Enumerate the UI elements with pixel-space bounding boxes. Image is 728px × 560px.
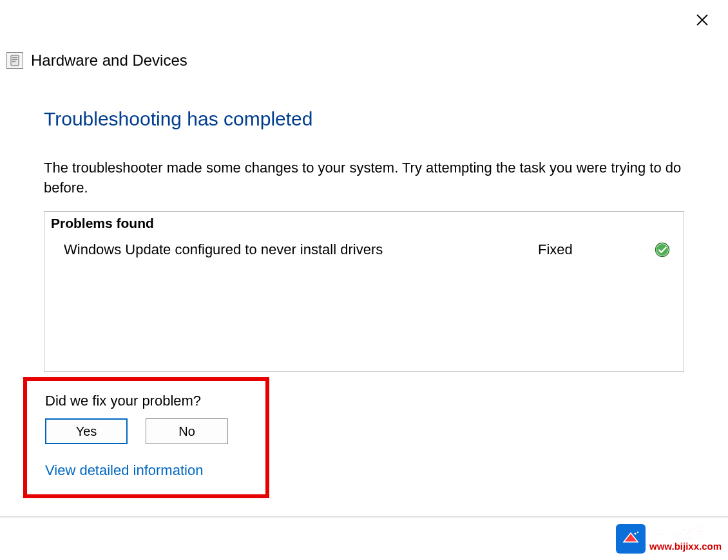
description-text: The troubleshooter made some changes to … [44, 158, 684, 198]
svg-point-9 [637, 532, 638, 533]
close-button[interactable] [692, 10, 713, 31]
troubleshooter-icon [6, 52, 23, 69]
yes-button[interactable]: Yes [45, 418, 128, 444]
svg-rect-3 [12, 61, 15, 62]
dialog-header: Hardware and Devices [0, 0, 728, 70]
feedback-button-row: Yes No [45, 418, 247, 444]
footer-separator [0, 516, 728, 518]
svg-rect-0 [11, 55, 19, 66]
problem-row: Windows Update configured to never insta… [44, 235, 684, 265]
check-circle-icon [654, 241, 671, 258]
problem-status: Fixed [538, 241, 654, 258]
feedback-section: Did we fix your problem? Yes No View det… [23, 377, 269, 498]
svg-rect-2 [12, 59, 17, 60]
problems-header: Problems found [44, 212, 684, 235]
watermark: 嘻嘻笔记 www.bijixx.com [616, 524, 722, 554]
svg-rect-1 [12, 57, 17, 58]
watermark-url-text: www.bijixx.com [649, 541, 722, 552]
main-heading: Troubleshooting has completed [44, 108, 684, 130]
watermark-logo-icon [616, 524, 646, 554]
svg-point-8 [634, 532, 636, 534]
close-icon [696, 14, 709, 28]
problems-found-box: Problems found Windows Update configured… [44, 211, 684, 372]
problem-description: Windows Update configured to never insta… [64, 241, 538, 258]
watermark-cn-text: 嘻嘻笔记 [649, 526, 722, 541]
no-button[interactable]: No [146, 418, 228, 444]
dialog-content: Troubleshooting has completed The troubl… [0, 70, 728, 372]
view-detailed-information-link[interactable]: View detailed information [45, 462, 203, 478]
watermark-text: 嘻嘻笔记 www.bijixx.com [649, 526, 722, 552]
svg-point-5 [656, 244, 668, 256]
dialog-title: Hardware and Devices [31, 51, 187, 70]
feedback-question: Did we fix your problem? [45, 393, 247, 409]
